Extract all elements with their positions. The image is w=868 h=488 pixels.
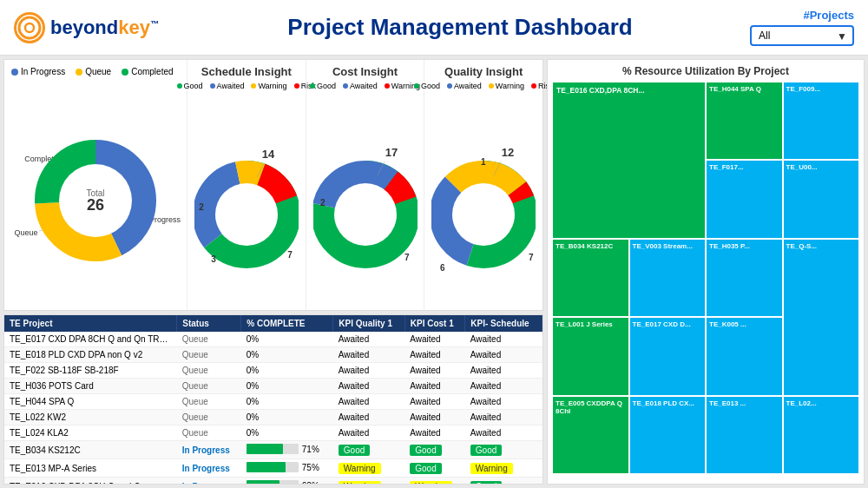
svg-point-22 (334, 183, 397, 246)
cost-donut-svg: 17 2 7 (313, 123, 418, 275)
cell-cost: Awaited (404, 363, 465, 379)
tm-cell-8[interactable]: TE_L001 J Series (553, 318, 628, 394)
cost-donut: 17 2 7 (313, 94, 418, 305)
tm-cell-11[interactable]: TE_E005 CXDDPA Q 8ChI (553, 397, 628, 473)
chevron-down-icon: ▼ (837, 30, 847, 43)
svg-text:14: 14 (262, 148, 275, 161)
cell-complete: 0% (241, 363, 333, 379)
schedule-title: Schedule Insight (201, 65, 292, 78)
table-row: TE_H036 POTS CardQueue0%AwaitedAwaitedAw… (4, 379, 542, 394)
cell-schedule: Awaited (465, 394, 542, 410)
cell-project: TE_L022 KW2 (4, 410, 177, 425)
logo-text: beyondkey™ (50, 16, 159, 39)
main-content: In Progress Queue Completed Completed (0, 56, 868, 488)
cell-project: TE_H044 SPA Q (4, 394, 177, 410)
header: beyondkey™ Project Management Dashboard … (0, 0, 868, 56)
right-panel: % Resource Utilization By Project TE_E01… (547, 56, 868, 488)
svg-text:2: 2 (199, 202, 204, 212)
cell-cost: Good (404, 441, 465, 459)
logo-area: beyondkey™ (14, 12, 240, 43)
main-donut-svg: Completed Queue In Progress Total (17, 109, 174, 274)
table-row: TE_L024 KLA2Queue0%AwaitedAwaitedAwaited (4, 425, 542, 441)
tm-cell-12[interactable]: TE_E018 PLD CX... (630, 397, 706, 473)
cell-complete: 0% (241, 347, 333, 363)
main-legend: In Progress Queue Completed (11, 67, 180, 76)
cell-schedule: Awaited (465, 379, 542, 394)
col-schedule: KPI- Schedule (465, 315, 542, 332)
cell-schedule: Awaited (465, 332, 542, 347)
schedule-donut: 14 2 7 3 (194, 94, 299, 305)
cost-legend: Good Awaited Warning (310, 82, 420, 90)
svg-text:2: 2 (320, 198, 326, 208)
cell-status: Queue (177, 425, 241, 441)
table-row: TE_L022 KW2Queue0%AwaitedAwaitedAwaited (4, 410, 542, 425)
cell-schedule: Awaited (465, 425, 542, 441)
cell-status: Queue (177, 410, 241, 425)
cell-quality: Awaited (333, 425, 404, 441)
cell-schedule: Awaited (465, 410, 542, 425)
legend-queue-label: Queue (85, 67, 111, 76)
svg-text:7: 7 (404, 253, 410, 262)
tm-cell-5[interactable]: TE_V003 Stream... (630, 240, 706, 316)
cell-quality: Awaited (333, 379, 404, 394)
cell-status: Queue (177, 332, 241, 347)
legend-completed-label: Completed (131, 67, 173, 76)
charts-row: In Progress Queue Completed Completed (3, 59, 543, 311)
completed-dot (122, 69, 128, 76)
table-row: TE_F022 SB-118F SB-218FQueue0%AwaitedAwa… (4, 363, 542, 379)
cell-cost: Awaited (404, 332, 465, 347)
cell-project: TE_E018 PLD CXD DPA non Q v2 (4, 347, 177, 363)
tm-cell-4[interactable]: TE_B034 KS212C (553, 240, 628, 316)
sch-good-dot: Good (177, 82, 203, 90)
table-body: TE_E017 CXD DPA 8CH Q and Qn TRANSFERQue… (4, 332, 542, 485)
schedule-donut-svg: 14 2 7 3 (194, 123, 299, 275)
col-project: TE Project (4, 315, 177, 332)
table-row: TE_E018 PLD CXD DPA non Q v2Queue0%Await… (4, 347, 542, 363)
total-value: 26 (87, 196, 104, 214)
tm-cell-10[interactable]: TE_K005 ... (707, 318, 782, 394)
col-status: Status (177, 315, 241, 332)
tm-cell-6[interactable]: TE_H035 P... (707, 240, 782, 316)
projects-dropdown[interactable]: All ▼ (750, 25, 854, 46)
tm-cell-9[interactable]: TE_E017 CXD D... (630, 318, 706, 394)
cell-status: In Progress (177, 478, 241, 485)
cell-complete: 0% (241, 394, 333, 410)
schedule-legend: Good Awaited Warning Risk (177, 82, 317, 90)
cell-schedule: Good (465, 441, 542, 459)
cell-project: TE_H036 POTS Card (4, 379, 177, 394)
page-title: Project Management Dashboard (240, 14, 681, 41)
tm-cell-1[interactable]: TE_E016 CXD,DPA 8CH... (553, 82, 705, 238)
tm-cell-13[interactable]: TE_E013 ... (707, 397, 782, 473)
tm-cell-17[interactable]: TE_F017... (707, 161, 782, 237)
col-cost: KPI Cost 1 (404, 315, 465, 332)
cell-complete: 71% (241, 441, 333, 459)
svg-point-1 (25, 23, 34, 32)
tm-cell-14[interactable]: TE_L02... (784, 397, 859, 473)
in-progress-dot (11, 69, 18, 76)
cell-project: TE_F022 SB-118F SB-218F (4, 363, 177, 379)
tm-cell-3[interactable]: TE_F009... (784, 82, 859, 159)
cell-schedule: Awaited (465, 347, 542, 363)
cost-good-dot: Good (310, 82, 336, 90)
tm-cell-qs[interactable]: TE_Q-S... (784, 240, 859, 395)
queue-label: Queue (14, 228, 37, 237)
table-header-row: TE Project Status % COMPLETE KPI Quality… (4, 315, 542, 332)
svg-point-13 (215, 183, 278, 246)
quality-insight: Quality Insight Good Awaited Warning Ris… (424, 60, 542, 310)
tm-cell-2[interactable]: TE_H044 SPA Q (707, 82, 782, 159)
quality-title: Quality Insight (444, 65, 523, 78)
cost-awaited-dot: Awaited (343, 82, 378, 90)
table-row: TE_B034 KS212CIn Progress71%GoodGoodGood (4, 441, 542, 459)
treemap: TE_E016 CXD,DPA 8CH... TE_H044 SPA Q TE_… (553, 82, 858, 473)
cell-cost: Good (404, 459, 465, 478)
left-panel: In Progress Queue Completed Completed (0, 56, 547, 488)
header-controls: #Projects All ▼ (681, 9, 854, 46)
svg-text:17: 17 (385, 146, 397, 159)
svg-text:7: 7 (529, 253, 534, 262)
cell-quality: Good (333, 441, 404, 459)
dropdown-value[interactable]: All ▼ (750, 25, 854, 46)
cell-quality: Awaited (333, 347, 404, 363)
cell-project: TE_E017 CXD DPA 8CH Q and Qn TRANSFER (4, 332, 177, 347)
qual-awaited-dot: Awaited (447, 82, 482, 90)
tm-cell-18[interactable]: TE_U00... (784, 161, 859, 237)
